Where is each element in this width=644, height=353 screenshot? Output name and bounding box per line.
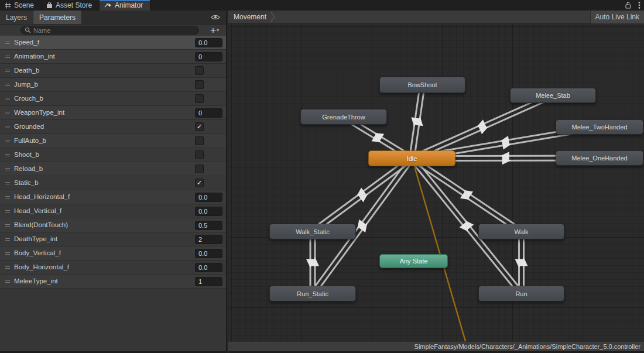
parameter-row[interactable]: Jump_b — [0, 78, 226, 92]
parameter-checkbox[interactable] — [195, 80, 204, 89]
tab-parameters[interactable]: Parameters — [33, 11, 82, 24]
drag-handle-icon — [5, 266, 10, 269]
parameter-checkbox[interactable] — [195, 150, 204, 159]
parameter-row[interactable]: Head_Vertical_f0.0 — [0, 204, 226, 218]
parameter-value-field[interactable]: 0.0 — [195, 193, 222, 202]
drag-handle-icon — [5, 112, 10, 114]
state-node-idle[interactable]: Idle — [368, 150, 455, 166]
tab-scene[interactable]: Scene — [0, 0, 42, 11]
parameter-row[interactable]: FullAuto_b — [0, 134, 226, 148]
drag-handle-icon — [5, 168, 10, 170]
tab-label: Parameters — [39, 13, 76, 22]
parameter-checkbox[interactable] — [195, 136, 204, 145]
parameter-checkbox[interactable] — [195, 94, 204, 103]
state-node-walk_static[interactable]: Walk_Static — [269, 224, 356, 239]
parameter-row[interactable]: Blend(DontTouch)0.5 — [0, 218, 226, 232]
state-node-run[interactable]: Run — [478, 286, 564, 301]
parameter-value-field[interactable]: 2 — [195, 235, 222, 244]
tab-label: Asset Store — [56, 1, 92, 9]
parameter-name: Body_Horizontal_f — [14, 261, 69, 274]
parameter-list: Speed_f0.0Animation_int0Death_bJump_bCro… — [0, 36, 226, 289]
parameter-row[interactable]: MeleeType_int1 — [0, 275, 226, 289]
unity-animator-window: Scene Asset Store Animator — [0, 0, 644, 353]
parameter-name: Grounded — [14, 120, 44, 133]
drag-handle-icon — [5, 210, 10, 213]
parameter-value-field[interactable]: 0.0 — [195, 263, 222, 272]
entry-transition-line[interactable] — [412, 159, 468, 341]
plus-icon: + — [210, 25, 216, 35]
parameter-row[interactable]: Animation_int0 — [0, 50, 226, 64]
state-node-melee_stab[interactable]: Melee_Stab — [510, 88, 596, 103]
parameter-name: Animation_int — [14, 50, 55, 63]
add-parameter-button[interactable]: + ▾ — [210, 25, 219, 36]
animator-graph-panel: Movement Auto Live Link BowShootMelee_St… — [228, 11, 644, 353]
parameter-name: Jump_b — [14, 78, 38, 91]
parameter-value-field[interactable]: 0.0 — [195, 249, 222, 258]
status-bar: SimpleFantasy/Models/Characters/_Animati… — [228, 341, 644, 351]
parameter-name: Blend(DontTouch) — [14, 218, 68, 232]
search-icon — [25, 27, 31, 33]
state-node-anystate[interactable]: Any State — [379, 254, 448, 268]
tab-label: Animator — [115, 1, 143, 9]
grid-icon — [5, 2, 11, 9]
parameter-row[interactable]: Crouch_b — [0, 92, 226, 106]
drag-handle-icon — [5, 238, 10, 241]
tab-layers[interactable]: Layers — [0, 11, 33, 24]
parameter-value-field[interactable]: 0 — [195, 52, 222, 61]
drag-handle-icon — [5, 224, 10, 227]
parameter-name: Head_Horizontal_f — [14, 190, 70, 204]
parameter-row[interactable]: Death_b — [0, 64, 226, 78]
parameter-row[interactable]: Speed_f0.0 — [0, 36, 226, 50]
parameter-value-field[interactable]: 1 — [195, 277, 222, 286]
drag-handle-icon — [5, 98, 10, 100]
parameter-checkbox[interactable]: ✓ — [195, 122, 204, 131]
state-node-bowshoot[interactable]: BowShoot — [379, 77, 465, 93]
tab-label: Layers — [6, 13, 27, 22]
parameter-name: Head_Vertical_f — [14, 204, 61, 218]
parameter-row[interactable]: Body_Vertical_f0.0 — [0, 246, 226, 261]
parameter-row[interactable]: Head_Horizontal_f0.0 — [0, 190, 226, 204]
tab-animator[interactable]: Animator — [100, 0, 150, 11]
search-input[interactable]: Name — [20, 26, 199, 35]
unlock-icon[interactable] — [625, 2, 631, 9]
kebab-menu-icon[interactable] — [638, 1, 640, 9]
parameter-value-field[interactable]: 0 — [195, 108, 222, 118]
parameter-checkbox[interactable]: ✓ — [195, 179, 204, 187]
drag-handle-icon — [5, 84, 10, 86]
state-node-melee_onehanded[interactable]: Melee_OneHanded — [556, 150, 643, 166]
breadcrumb-item-movement[interactable]: Movement — [228, 13, 272, 21]
chevron-down-icon: ▾ — [217, 28, 219, 33]
state-node-grenadethrow[interactable]: GrenadeThrow — [300, 109, 387, 125]
layers-parameters-tabs: Layers Parameters — [0, 11, 226, 25]
parameter-value-field[interactable]: 0.5 — [195, 221, 222, 230]
parameter-row[interactable]: Grounded✓ — [0, 120, 226, 134]
parameter-row[interactable]: Reload_b — [0, 162, 226, 176]
parameter-value-field[interactable]: 0.0 — [195, 207, 222, 216]
parameter-row[interactable]: DeathType_int2 — [0, 232, 226, 246]
bag-icon — [46, 2, 53, 9]
state-machine-canvas[interactable]: BowShootMelee_StabGrenadeThrowMelee_TwoH… — [228, 23, 644, 341]
parameter-name: Death_b — [14, 64, 39, 77]
drag-handle-icon — [5, 140, 10, 142]
parameter-checkbox[interactable] — [195, 66, 204, 75]
eye-icon[interactable] — [211, 13, 220, 21]
tab-asset-store[interactable]: Asset Store — [42, 0, 100, 11]
auto-live-link-button[interactable]: Auto Live Link — [590, 11, 644, 23]
drag-handle-icon — [5, 154, 10, 156]
drag-handle-icon — [5, 42, 10, 44]
parameter-row[interactable]: Static_b✓ — [0, 176, 226, 190]
parameter-name: Static_b — [14, 176, 39, 190]
parameter-checkbox[interactable] — [195, 164, 204, 173]
window-tab-bar: Scene Asset Store Animator — [0, 0, 644, 11]
parameter-value-field[interactable]: 0.0 — [195, 38, 222, 47]
state-node-walk[interactable]: Walk — [478, 224, 564, 239]
parameter-row[interactable]: Shoot_b — [0, 148, 226, 162]
drag-handle-icon — [5, 182, 10, 184]
parameter-row[interactable]: WeaponType_int0 — [0, 106, 226, 120]
breadcrumb: Movement Auto Live Link — [228, 11, 644, 23]
state-node-melee_twohanded[interactable]: Melee_TwoHanded — [556, 119, 643, 135]
state-node-run_static[interactable]: Run_Static — [269, 286, 356, 301]
auto-live-link-label: Auto Live Link — [595, 13, 639, 21]
parameter-row[interactable]: Body_Horizontal_f0.0 — [0, 261, 226, 275]
parameters-panel: Layers Parameters Name + ▾ S — [0, 11, 227, 353]
